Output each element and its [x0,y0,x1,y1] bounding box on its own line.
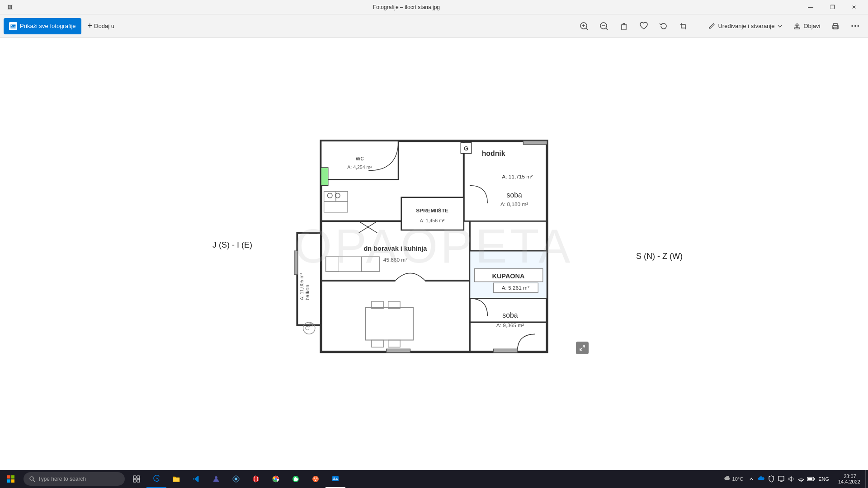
onedrive-tray-icon[interactable] [757,474,766,483]
title-bar-icon: 🖼 [4,4,13,10]
file-explorer-button[interactable] [166,470,186,488]
more-options-button[interactable]: ··· [846,18,864,34]
direction-right: S (N) - Z (W) [636,252,683,261]
svg-point-23 [837,26,838,27]
svg-point-108 [315,480,316,481]
search-icon [29,476,35,482]
taskbar-search[interactable] [24,472,125,486]
svg-text:SPREMIIŠTE: SPREMIIŠTE [416,207,448,214]
battery-icon[interactable] [807,474,816,483]
start-button[interactable] [0,470,22,488]
system-tray: 10°C ENG [717,474,835,483]
rotate-button[interactable] [655,18,673,34]
svg-text:KUPAONA: KUPAONA [492,272,525,280]
svg-point-105 [312,476,319,482]
svg-text:OPAOPETA: OPAOPETA [295,220,573,272]
svg-rect-109 [332,476,339,481]
chrome-button[interactable] [266,470,286,488]
svg-text:A: 5,261 m²: A: 5,261 m² [502,285,529,291]
plus-icon: + [88,21,93,31]
minimize-button[interactable]: — [800,0,821,14]
photos-taskbar-button[interactable] [326,470,345,488]
svg-text:A: 11,005 m²: A: 11,005 m² [299,273,304,300]
svg-point-96 [215,476,217,479]
vscode-button[interactable] [186,470,206,488]
window-controls: — ❐ ✕ [800,0,864,14]
svg-point-103 [275,478,277,480]
zoom-out-button[interactable] [595,18,613,34]
taskbar: 10°C ENG 23:07 [0,470,868,488]
tray-expand-button[interactable] [747,474,756,483]
art-button[interactable] [306,470,326,488]
svg-rect-19 [794,28,800,29]
network-icon[interactable] [797,474,806,483]
floor-plan-container: J (S) - I (E) S (N) - Z (W) [276,132,592,358]
svg-rect-22 [834,27,837,29]
svg-marker-114 [789,477,792,481]
action-center-icon[interactable] [777,474,786,483]
photos-icon [9,22,17,30]
svg-rect-10 [622,25,626,30]
svg-rect-89 [11,479,14,483]
zoom-in-button[interactable] [575,18,593,34]
svg-rect-117 [808,478,812,480]
svg-text:A: 11,715 m²: A: 11,715 m² [502,174,533,180]
volume-icon[interactable] [787,474,796,483]
svg-point-106 [314,478,315,479]
svg-text:wc: wc [355,155,364,162]
svg-point-107 [316,478,318,479]
main-content: J (S) - I (E) S (N) - Z (W) [0,38,868,470]
window-title: Fotografije – tlocrt stana.jpg [13,4,800,10]
svg-text:hodnik: hodnik [482,150,505,157]
svg-point-99 [253,476,259,482]
expand-button[interactable] [576,342,589,354]
delete-button[interactable] [615,18,633,34]
language-indicator[interactable]: ENG [816,476,831,482]
svg-point-90 [30,477,33,480]
security-tray-icon[interactable] [767,474,776,483]
svg-text:balkon: balkon [304,285,311,300]
svg-rect-49 [523,141,547,145]
opera-button[interactable] [246,470,266,488]
svg-point-115 [801,481,802,482]
show-all-photos-button[interactable]: Prikaži sve fotografije [4,18,81,34]
favorite-button[interactable] [635,18,653,34]
svg-line-9 [606,28,608,30]
svg-rect-80 [321,168,328,185]
taskbar-clock[interactable]: 23:07 14.4.2022. [835,474,865,484]
teams-button[interactable] [206,470,226,488]
show-desktop-button[interactable] [865,470,868,488]
svg-rect-87 [11,475,14,479]
whatsapp-button[interactable] [286,470,306,488]
share-button[interactable]: Objavi [789,18,825,34]
steam-button[interactable] [226,470,246,488]
add-button[interactable]: + Dodaj u [83,18,119,34]
svg-text:soba: soba [507,191,522,199]
svg-rect-77 [387,349,410,352]
svg-rect-86 [7,475,10,479]
svg-rect-21 [834,23,837,25]
direction-left: J (S) - I (E) [212,240,252,250]
task-view-button[interactable] [127,470,146,488]
print-button[interactable] [826,18,844,34]
close-button[interactable]: ✕ [844,0,864,14]
svg-rect-94 [133,479,136,482]
edge-button[interactable] [146,470,166,488]
floor-plan-image: KUPAONA A: 5,261 m² wc A: 4,254 m² hodni… [276,132,592,358]
svg-rect-92 [133,476,136,479]
svg-rect-88 [7,479,10,483]
weather-widget[interactable]: 10°C [721,475,746,483]
svg-text:A: 4,254 m²: A: 4,254 m² [347,164,372,170]
edit-create-button[interactable]: Uređivanje i stvaranje [703,18,787,34]
crop-button[interactable] [675,18,693,34]
svg-rect-78 [494,349,518,352]
svg-point-70 [306,326,309,330]
svg-point-2 [11,25,12,26]
search-input[interactable] [38,476,119,482]
svg-text:G: G [464,145,468,152]
svg-rect-111 [778,476,784,481]
svg-text:soba: soba [502,311,518,319]
toolbar: Prikaži sve fotografije + Dodaj u Uređiv… [0,14,868,38]
title-bar: 🖼 Fotografije – tlocrt stana.jpg — ❐ ✕ [0,0,868,14]
maximize-button[interactable]: ❐ [822,0,843,14]
